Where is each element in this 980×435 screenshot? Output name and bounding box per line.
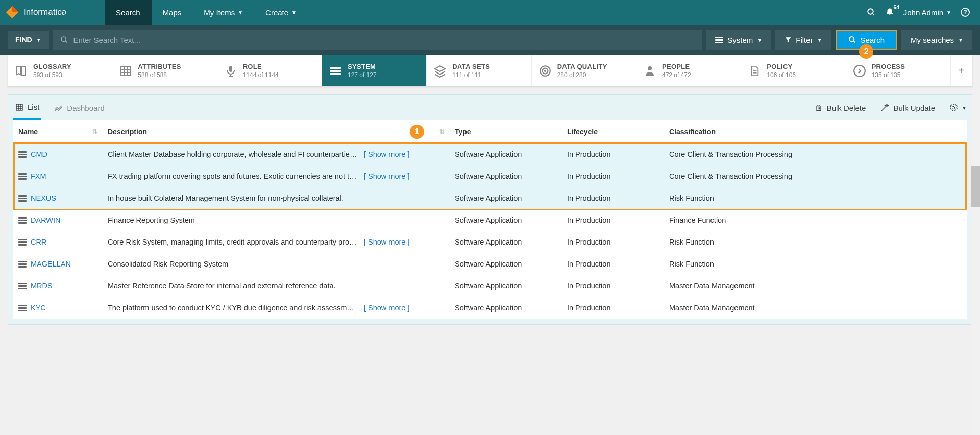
category-tab-data-quality[interactable]: DATA QUALITY280 of 280: [532, 55, 636, 86]
svg-marker-14: [435, 66, 446, 71]
row-name-link[interactable]: CRR: [31, 238, 46, 246]
sort-icon[interactable]: ⇅: [92, 128, 97, 135]
content-panel: List Dashboard Bulk Delete Bulk Update ▼: [8, 94, 972, 325]
system-icon: [18, 261, 27, 268]
col-lifecycle[interactable]: Lifecycle: [567, 128, 598, 136]
category-tab-process[interactable]: PROCESS135 of 135: [846, 55, 951, 86]
search-icon[interactable]: [867, 8, 876, 17]
category-tab-system[interactable]: SYSTEM127 of 127: [322, 55, 427, 86]
system-icon: [18, 217, 27, 224]
topnav-tab-search[interactable]: Search: [105, 0, 152, 25]
row-description: In house built Colateral Management Syst…: [108, 194, 344, 202]
row-lifecycle: In Production: [562, 282, 664, 290]
row-lifecycle: In Production: [562, 216, 664, 224]
row-type: Software Application: [450, 216, 562, 224]
row-type: Software Application: [450, 172, 562, 180]
search-input[interactable]: [74, 36, 695, 44]
row-classification: Risk Function: [664, 238, 967, 246]
my-searches-button[interactable]: My searches ▼: [901, 30, 972, 50]
svg-point-21: [854, 65, 865, 77]
system-icon: [18, 173, 27, 180]
row-name-link[interactable]: KYC: [31, 304, 46, 312]
table-row[interactable]: MRDSMaster Reference Data Store for inte…: [13, 275, 967, 297]
list-icon: [15, 103, 23, 111]
bulk-update-button[interactable]: Bulk Update: [880, 103, 935, 112]
col-classification[interactable]: Classification: [669, 128, 716, 136]
view-list-tab[interactable]: List: [13, 95, 41, 120]
row-name-link[interactable]: CMD: [31, 150, 47, 158]
person-icon: [643, 64, 657, 78]
find-button[interactable]: FIND▼: [8, 31, 49, 49]
table-row[interactable]: DARWINFinance Reporting SystemSoftware A…: [13, 209, 967, 231]
book-icon: [14, 64, 28, 78]
svg-point-6: [849, 37, 854, 41]
system-filter-button[interactable]: System ▼: [706, 30, 771, 50]
row-description: FX trading platform covering spots and f…: [108, 172, 358, 180]
target-icon: [538, 64, 552, 78]
row-name-link[interactable]: DARWIN: [31, 216, 61, 224]
bulk-delete-button[interactable]: Bulk Delete: [815, 104, 866, 112]
settings-button[interactable]: ▼: [949, 104, 967, 112]
show-more-link[interactable]: [ Show more ]: [364, 304, 409, 312]
sort-icon[interactable]: ⇅: [439, 128, 445, 135]
user-menu[interactable]: John Admin ▼: [903, 8, 951, 17]
system-icon: [18, 283, 27, 289]
search-input-wrap: [53, 30, 702, 50]
notifications-icon[interactable]: 64: [885, 8, 894, 17]
brand-logo-icon: [5, 5, 19, 19]
row-type: Software Application: [450, 282, 562, 290]
category-tab-glossary[interactable]: GLOSSARY593 of 593: [8, 55, 112, 86]
row-name-link[interactable]: NEXUS: [31, 194, 56, 202]
topnav-tab-create[interactable]: Create▼: [254, 0, 308, 25]
notifications-badge: 64: [894, 5, 899, 10]
table-row[interactable]: CMDClient Master Database holding corpor…: [13, 143, 967, 165]
row-type: Software Application: [450, 194, 562, 202]
table-row[interactable]: NEXUSIn house built Colateral Management…: [13, 187, 967, 209]
table-row[interactable]: MAGELLANConsolidated Risk Reporting Syst…: [13, 253, 967, 275]
table-row[interactable]: KYCThe platform used to conduct KYC / KY…: [13, 297, 967, 319]
system-icon: [18, 195, 27, 202]
col-type[interactable]: Type: [455, 128, 471, 136]
row-name-link[interactable]: MAGELLAN: [31, 260, 71, 268]
category-tab-attributes[interactable]: ATTRIBUTES588 of 588: [112, 55, 217, 86]
brand-logo[interactable]: Informatica: [0, 0, 77, 25]
wand-icon: [880, 103, 889, 112]
dashboard-icon: [54, 103, 63, 112]
row-name-link[interactable]: MRDS: [31, 282, 53, 290]
row-classification: Finance Function: [664, 216, 967, 224]
scrollbar-thumb[interactable]: [971, 166, 980, 207]
svg-line-7: [853, 41, 855, 42]
table-row[interactable]: FXMFX trading platform covering spots an…: [13, 165, 967, 187]
view-dashboard-tab[interactable]: Dashboard: [52, 96, 106, 119]
topnav-tab-maps[interactable]: Maps: [152, 0, 193, 25]
show-more-link[interactable]: [ Show more ]: [364, 238, 409, 246]
help-icon[interactable]: ?: [961, 8, 970, 17]
row-type: Software Application: [450, 150, 562, 158]
row-classification: Risk Function: [664, 260, 967, 268]
search-button[interactable]: Search 2: [836, 30, 898, 50]
category-tab-role[interactable]: ROLE1144 of 1144: [217, 55, 322, 86]
category-tab-policy[interactable]: POLICY106 of 106: [741, 55, 846, 86]
topnav-tab-my-items[interactable]: My Items▼: [192, 0, 254, 25]
col-name[interactable]: Name: [18, 128, 38, 136]
system-icon: [18, 305, 27, 311]
user-name: John Admin: [903, 8, 943, 17]
next-icon: [852, 64, 867, 78]
category-tab-people[interactable]: PEOPLE472 of 472: [636, 55, 741, 86]
add-category-button[interactable]: +: [951, 55, 972, 86]
table-row[interactable]: CRRCore Risk System, managing limits, cr…: [13, 231, 967, 253]
mic-icon: [224, 64, 238, 78]
row-lifecycle: In Production: [562, 194, 664, 202]
show-more-link[interactable]: [ Show more ]: [364, 150, 409, 158]
row-name-link[interactable]: FXM: [31, 172, 46, 180]
col-description[interactable]: Description: [108, 128, 147, 136]
row-classification: Core Client & Transaction Processing: [664, 172, 967, 180]
scrollbar[interactable]: [971, 95, 980, 332]
filter-button[interactable]: Filter ▼: [775, 30, 831, 50]
row-lifecycle: In Production: [562, 304, 664, 312]
category-tab-data-sets[interactable]: DATA SETS111 of 111: [427, 55, 531, 86]
svg-point-18: [648, 66, 652, 70]
show-more-link[interactable]: [ Show more ]: [364, 172, 409, 180]
svg-marker-1: [12, 6, 18, 12]
grid-icon: [118, 64, 133, 78]
